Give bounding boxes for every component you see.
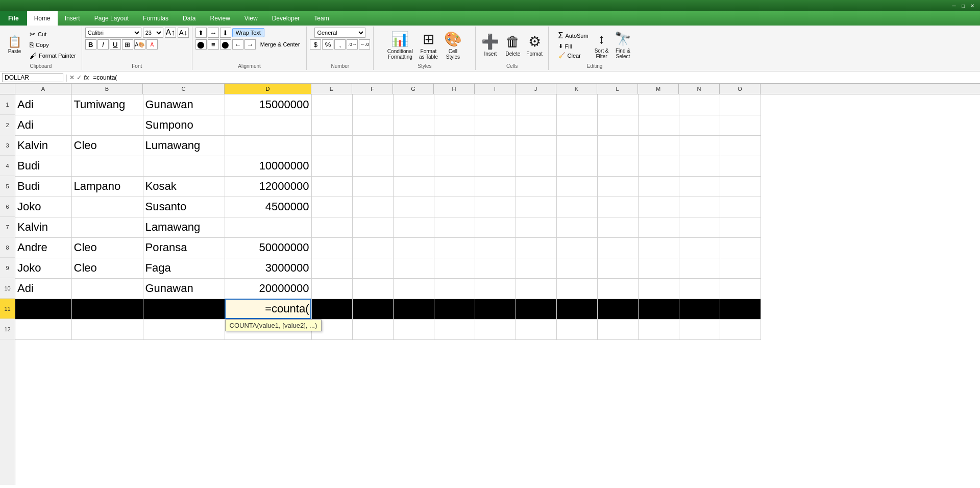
wrap-text-button[interactable]: Wrap Text — [232, 28, 264, 37]
window-controls[interactable]: ─ □ ✕ — [950, 2, 976, 9]
cell-g10[interactable] — [393, 278, 434, 299]
font-family-select[interactable]: Calibri — [85, 28, 141, 38]
cell-f6[interactable] — [352, 197, 393, 217]
confirm-formula-icon[interactable]: ✓ — [77, 74, 82, 81]
format-painter-button[interactable]: 🖌 Format Painter — [27, 51, 79, 61]
cell-g9[interactable] — [393, 258, 434, 278]
cell-b2[interactable] — [71, 115, 143, 135]
cell-k2[interactable] — [556, 115, 597, 135]
shrink-font-button[interactable]: A↓ — [178, 28, 189, 38]
cell-i11[interactable] — [475, 299, 516, 319]
cell-f1[interactable] — [352, 94, 393, 115]
row-num-4[interactable]: 4 — [0, 156, 15, 176]
cell-d9[interactable]: 3000000 — [225, 258, 311, 278]
col-header-n[interactable]: N — [679, 84, 720, 94]
cell-h12[interactable] — [434, 319, 475, 339]
tab-page-layout[interactable]: Page Layout — [87, 11, 136, 26]
cell-e7[interactable] — [311, 217, 352, 237]
format-button[interactable]: ⚙ Format — [524, 32, 545, 58]
cell-l8[interactable] — [597, 237, 638, 258]
clear-button[interactable]: 🧹 Clear — [556, 51, 591, 60]
tab-formulas[interactable]: Formulas — [136, 11, 176, 26]
cell-b7[interactable] — [71, 217, 143, 237]
currency-button[interactable]: $ — [310, 39, 321, 50]
cell-g11[interactable] — [393, 299, 434, 319]
insert-function-icon[interactable]: fx — [84, 74, 89, 81]
cell-g2[interactable] — [393, 115, 434, 135]
cell-k3[interactable] — [556, 135, 597, 156]
cell-h2[interactable] — [434, 115, 475, 135]
cell-c10[interactable]: Gunawan — [143, 278, 225, 299]
cell-i8[interactable] — [475, 237, 516, 258]
cell-a10[interactable]: Adi — [15, 278, 71, 299]
cell-j4[interactable] — [516, 156, 556, 176]
cell-a3[interactable]: Kalvin — [15, 135, 71, 156]
row-num-11[interactable]: 11 — [0, 299, 15, 319]
name-box[interactable] — [2, 73, 63, 82]
cell-i3[interactable] — [475, 135, 516, 156]
cell-d4[interactable]: 10000000 — [225, 156, 311, 176]
cell-i7[interactable] — [475, 217, 516, 237]
cell-c12[interactable] — [143, 319, 225, 339]
cell-j9[interactable] — [516, 258, 556, 278]
cell-f9[interactable] — [352, 258, 393, 278]
cell-e2[interactable] — [311, 115, 352, 135]
cell-f8[interactable] — [352, 237, 393, 258]
bold-button[interactable]: B — [85, 39, 96, 50]
cell-n5[interactable] — [679, 176, 720, 197]
cell-d2[interactable] — [225, 115, 311, 135]
cell-f4[interactable] — [352, 156, 393, 176]
align-top-button[interactable]: ⬆ — [195, 28, 207, 38]
cell-b10[interactable] — [71, 278, 143, 299]
cell-o9[interactable] — [720, 258, 761, 278]
cell-c2[interactable]: Sumpono — [143, 115, 225, 135]
formula-input[interactable] — [91, 73, 978, 82]
cell-l9[interactable] — [597, 258, 638, 278]
row-num-2[interactable]: 2 — [0, 115, 15, 135]
grow-font-button[interactable]: A↑ — [165, 28, 176, 38]
col-header-b[interactable]: B — [71, 84, 143, 94]
cell-n10[interactable] — [679, 278, 720, 299]
col-header-h[interactable]: H — [434, 84, 475, 94]
cell-h7[interactable] — [434, 217, 475, 237]
cell-e5[interactable] — [311, 176, 352, 197]
cell-m9[interactable] — [638, 258, 679, 278]
tab-home[interactable]: Home — [27, 11, 58, 26]
cell-d7[interactable] — [225, 217, 311, 237]
cell-g5[interactable] — [393, 176, 434, 197]
cell-h11[interactable] — [434, 299, 475, 319]
row-num-3[interactable]: 3 — [0, 135, 15, 156]
delete-button[interactable]: 🗑 Delete — [503, 32, 523, 58]
cell-l5[interactable] — [597, 176, 638, 197]
cell-a7[interactable]: Kalvin — [15, 217, 71, 237]
cell-i9[interactable] — [475, 258, 516, 278]
cell-n11[interactable] — [679, 299, 720, 319]
cell-f3[interactable] — [352, 135, 393, 156]
cell-i12[interactable] — [475, 319, 516, 339]
cell-h1[interactable] — [434, 94, 475, 115]
cell-m1[interactable] — [638, 94, 679, 115]
cell-c5[interactable]: Kosak — [143, 176, 225, 197]
cell-j11[interactable] — [516, 299, 556, 319]
cell-n8[interactable] — [679, 237, 720, 258]
cell-a4[interactable]: Budi — [15, 156, 71, 176]
comma-button[interactable]: , — [334, 39, 346, 50]
cancel-formula-icon[interactable]: ✕ — [69, 74, 75, 81]
cell-m10[interactable] — [638, 278, 679, 299]
row-num-9[interactable]: 9 — [0, 258, 15, 278]
indent-increase-button[interactable]: → — [244, 39, 256, 50]
cell-g3[interactable] — [393, 135, 434, 156]
italic-button[interactable]: I — [97, 39, 109, 50]
align-right-button[interactable]: ⬤ — [220, 39, 231, 50]
cell-l6[interactable] — [597, 197, 638, 217]
col-header-c[interactable]: C — [143, 84, 225, 94]
tab-insert[interactable]: Insert — [58, 11, 87, 26]
cell-l2[interactable] — [597, 115, 638, 135]
cell-c1[interactable]: Gunawan — [143, 94, 225, 115]
font-size-select[interactable]: 23 — [143, 28, 163, 38]
cell-b5[interactable]: Lampano — [71, 176, 143, 197]
tab-file[interactable]: File — [0, 11, 27, 26]
border-button[interactable]: ⊞ — [122, 39, 133, 50]
copy-button[interactable]: ⎘ Copy — [27, 40, 79, 50]
row-num-7[interactable]: 7 — [0, 217, 15, 237]
